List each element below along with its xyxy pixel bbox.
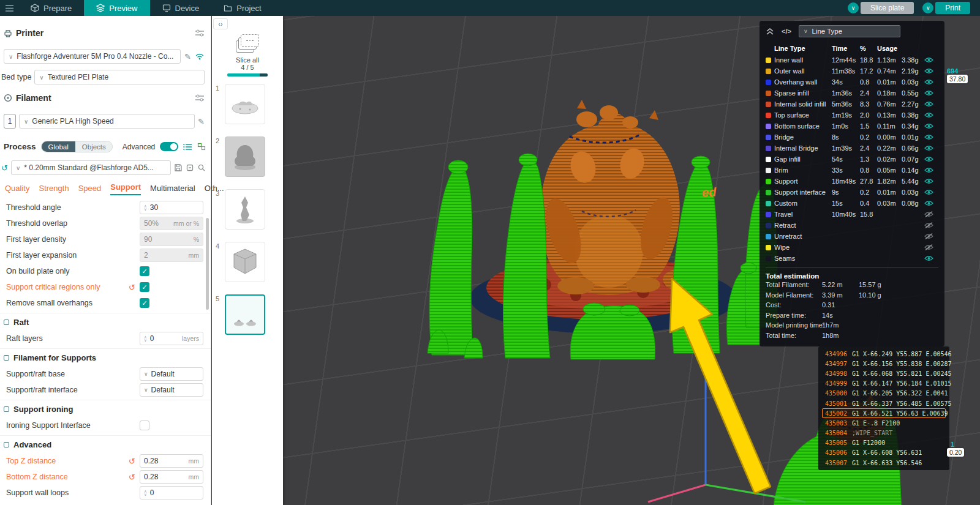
gcode-line-435007[interactable]: 435007G1 X-66.633 Y56.546: [822, 458, 946, 468]
plate-thumbnail-3[interactable]: [225, 189, 265, 230]
text-input[interactable]: 0.28mm: [140, 470, 203, 484]
visibility-eye-icon[interactable]: [924, 112, 933, 118]
wifi-icon[interactable]: [195, 53, 205, 60]
process-tab-oth[interactable]: Oth...: [205, 184, 224, 195]
process-tab-multimaterial[interactable]: Multimaterial: [150, 184, 195, 195]
undo-icon[interactable]: ↺: [129, 473, 135, 481]
plate-thumbnail-5[interactable]: [225, 294, 265, 335]
visibility-eye-icon[interactable]: [924, 101, 933, 107]
undo-icon[interactable]: ↺: [129, 283, 135, 291]
print-button[interactable]: Print: [935, 2, 970, 14]
visibility-eye-icon[interactable]: [924, 156, 933, 162]
gcode-line-435000[interactable]: 435000G1 X-66.205 Y56.322 E.0041: [822, 389, 946, 398]
spinner-down-icon[interactable]: ∨: [144, 493, 147, 496]
filament-index[interactable]: 1: [4, 114, 16, 129]
checkbox[interactable]: [140, 421, 149, 430]
gcode-line-434996[interactable]: 434996G1 X-66.249 Y55.887 E.00546: [822, 349, 946, 359]
text-input[interactable]: 0.28mm: [140, 454, 203, 468]
process-tab-speed[interactable]: Speed: [78, 184, 102, 195]
edit-printer-icon[interactable]: ✎: [184, 52, 191, 61]
process-tab-support[interactable]: Support: [110, 182, 141, 195]
process-tab-strength[interactable]: Strength: [39, 184, 69, 195]
gcode-line-435006[interactable]: 435006G1 X-66.608 Y56.631: [822, 448, 946, 458]
advanced-toggle[interactable]: [160, 142, 178, 151]
checkbox[interactable]: ✓: [140, 266, 149, 276]
visibility-eye-icon[interactable]: [924, 211, 933, 217]
gcode-view-icon[interactable]: </>: [782, 28, 791, 35]
gcode-line-434998[interactable]: 434998G1 X-66.068 Y55.821 E.00245: [822, 368, 946, 378]
collapse-legend-icon[interactable]: [766, 28, 774, 35]
scope-global-button[interactable]: Global: [42, 141, 75, 152]
tab-prepare[interactable]: Prepare: [18, 0, 84, 16]
search-icon[interactable]: [197, 163, 206, 172]
process-tab-quality[interactable]: Quality: [5, 184, 29, 195]
filament-settings-icon[interactable]: [195, 94, 205, 102]
visibility-eye-icon[interactable]: [924, 178, 933, 184]
gcode-line-435003[interactable]: 435003G1 E-.8 F2100: [822, 418, 946, 428]
plate-thumbnail-2[interactable]: [225, 137, 265, 177]
visibility-eye-icon[interactable]: [924, 200, 933, 206]
undo-icon[interactable]: ↺: [129, 457, 135, 465]
spin-input[interactable]: ∧∨30: [140, 201, 203, 214]
spinner-down-icon[interactable]: ∨: [144, 208, 147, 211]
slice-dropdown-icon[interactable]: ∨: [848, 2, 859, 13]
spin-input[interactable]: ∧∨0: [140, 486, 203, 499]
edit-filament-icon[interactable]: ✎: [198, 117, 205, 126]
visibility-eye-icon[interactable]: [924, 145, 933, 151]
view-mode-select[interactable]: ∨ Line Type: [799, 25, 900, 37]
spinner-arrows-icon[interactable]: ∧∨: [144, 335, 147, 342]
print-dropdown-icon[interactable]: ∨: [922, 2, 933, 13]
plate-thumbnail-1[interactable]: [225, 84, 265, 124]
delete-preset-icon[interactable]: [186, 163, 194, 172]
visibility-eye-icon[interactable]: [924, 68, 933, 74]
sync-preset-icon[interactable]: ↺: [1, 163, 8, 173]
text-input[interactable]: 2mm: [140, 249, 203, 262]
visibility-eye-icon[interactable]: [924, 79, 933, 85]
visibility-eye-icon[interactable]: [924, 167, 933, 173]
gcode-line-435002[interactable]: 435002G1 X-66.521 Y56.63 E.00639: [822, 408, 946, 418]
collapse-panel-button[interactable]: ‹›: [213, 18, 228, 29]
param-list-icon[interactable]: [183, 143, 192, 151]
text-input[interactable]: 50%mm or %: [140, 217, 203, 230]
gcode-line-435001[interactable]: 435001G1 X-66.337 Y56.485 E.00575: [822, 398, 946, 408]
dropdown[interactable]: ∨Default: [140, 383, 203, 397]
spinner-down-icon[interactable]: ∨: [144, 339, 147, 342]
tab-project[interactable]: Project: [211, 0, 273, 16]
gcode-line-435004[interactable]: 435004;WIPE_START: [822, 428, 946, 438]
tab-device[interactable]: Device: [150, 0, 212, 16]
step-height-box[interactable]: 0.20: [947, 448, 964, 457]
gcode-line-435005[interactable]: 435005G1 F12000: [822, 438, 946, 448]
visibility-eye-icon[interactable]: [924, 222, 933, 228]
app-menu-icon[interactable]: [0, 0, 18, 16]
visibility-eye-icon[interactable]: [924, 233, 933, 239]
dropdown[interactable]: ∨Default: [140, 367, 203, 381]
process-preset-select[interactable]: ∨ * 0.20mm Standard @Flashforge AD5...: [11, 160, 171, 175]
visibility-eye-icon[interactable]: [924, 255, 933, 261]
gcode-line-434999[interactable]: 434999G1 X-66.147 Y56.184 E.01015: [822, 379, 946, 389]
filament-preset-select[interactable]: ∨ Generic PLA High Speed: [19, 114, 195, 129]
visibility-eye-icon[interactable]: [924, 57, 933, 63]
spin-input[interactable]: ∧∨0layers: [140, 332, 203, 345]
visibility-eye-icon[interactable]: [924, 134, 933, 140]
settings-scrollbar[interactable]: [206, 218, 209, 310]
layer-height-box[interactable]: 37.80: [947, 75, 968, 83]
text-input[interactable]: 90%: [140, 233, 203, 246]
bed-type-select[interactable]: ∨ Textured PEI Plate: [34, 70, 205, 84]
spinner-arrows-icon[interactable]: ∧∨: [144, 204, 147, 211]
gcode-line-434997[interactable]: 434997G1 X-66.156 Y55.838 E.00287: [822, 359, 946, 368]
checkbox[interactable]: ✓: [140, 282, 149, 292]
scope-objects-button[interactable]: Objects: [75, 141, 113, 152]
spinner-arrows-icon[interactable]: ∧∨: [144, 490, 147, 496]
visibility-eye-icon[interactable]: [924, 244, 933, 250]
visibility-eye-icon[interactable]: [924, 189, 933, 195]
visibility-eye-icon[interactable]: [924, 123, 933, 129]
slice-plate-button[interactable]: Slice plate: [861, 2, 914, 14]
plate-thumbnail-4[interactable]: [225, 242, 265, 282]
printer-settings-icon[interactable]: [195, 29, 205, 37]
save-preset-icon[interactable]: [174, 163, 183, 172]
checkbox[interactable]: ✓: [140, 298, 149, 308]
visibility-eye-icon[interactable]: [924, 90, 933, 96]
objects-table-icon[interactable]: [197, 143, 206, 151]
printer-preset-select[interactable]: ∨ Flashforge Adventurer 5M Pro 0.4 Nozzl…: [4, 49, 181, 64]
slice-all-card[interactable]: Slice all 4 / 5: [223, 34, 272, 77]
